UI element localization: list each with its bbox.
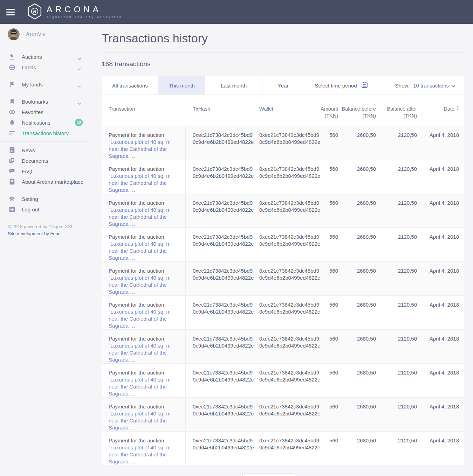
sidebar-item-setting[interactable]: Setting — [0, 194, 88, 204]
tab-last-month[interactable]: Last month — [205, 76, 262, 94]
amount-value: 560 — [317, 194, 342, 227]
wallet-value: 0xec21c73842c3dc45bd9 0c9d4e6b2b0499ed48… — [252, 262, 317, 295]
amount-value: 560 — [317, 228, 342, 261]
date-value: April 4, 2018 — [420, 398, 464, 431]
sidebar-item-my-lands[interactable]: My lands — [0, 79, 88, 90]
transaction-cell: Payment for the auction “Luxurious plot … — [102, 398, 186, 431]
tab-select-time-period[interactable]: Select time period — [304, 76, 378, 94]
notifications-badge: 12 — [75, 119, 83, 126]
auction-link[interactable]: “Luxurious plot of 40 sq. m near the Cat… — [109, 444, 180, 465]
sidebar-item-label: Bookmarks — [22, 99, 48, 105]
balance-after-value: 2120,50 — [379, 330, 420, 363]
auction-link[interactable]: “Luxurious plot of 40 sq. m near the Cat… — [109, 376, 180, 397]
per-page-value: 10 transactions — [413, 83, 449, 89]
sidebar-item-label: Log out — [22, 206, 39, 212]
per-page-dropdown[interactable]: 10 transactions — [413, 83, 455, 89]
sidebar-item-auctions[interactable]: Auctions — [0, 51, 88, 62]
wallet-value: 0xec21c73842c3dc45bd9 0c9d4e6b2b0499ed48… — [252, 160, 317, 194]
sidebar-item-bookmarks[interactable]: Bookmarks — [0, 96, 88, 107]
auction-link[interactable]: “Luxurious plot of 40 sq. m near the Cat… — [109, 206, 180, 227]
tab-all-transactions[interactable]: All transactions — [102, 76, 158, 94]
txhash-value: 0xec21c73842c3dc45bd9 0c9d4e6b2b0499ed48… — [186, 262, 252, 295]
sidebar-item-lands[interactable]: Lands — [0, 62, 88, 72]
amount-value: 560 — [317, 432, 342, 465]
document-icon — [8, 147, 15, 153]
tab-this-month[interactable]: This month — [158, 76, 205, 94]
date-value: April 4, 2018 — [420, 330, 464, 363]
top-bar: R ARCONA augmented reality ecosystem — [0, 0, 473, 24]
table-row: Payment for the auction “Luxurious plot … — [102, 227, 464, 261]
show-label: Show: — [395, 83, 410, 89]
col-header-date-sort[interactable]: Date — [420, 95, 464, 126]
arcona-hexagon-icon: R — [27, 3, 42, 21]
auction-link[interactable]: “Luxurious plot of 40 sq. m near the Cat… — [109, 240, 180, 261]
sidebar-item-documents[interactable]: Documents — [0, 155, 88, 166]
transaction-cell: Payment for the auction “Luxurious plot … — [102, 194, 186, 227]
sidebar-item-news[interactable]: News — [0, 145, 88, 155]
divider — [0, 190, 88, 190]
sidebar-item-label: Favorites — [22, 109, 43, 115]
table-row: Payment for the auction “Luxurious plot … — [102, 194, 464, 227]
sidebar-item-logout[interactable]: Log out — [0, 204, 88, 215]
sidebar-item-faq[interactable]: FAQ — [0, 166, 88, 176]
sidebar-item-favorites[interactable]: Favorites — [0, 107, 88, 117]
txhash-value: 0xec21c73842c3dc45bd9 0c9d4e6b2b0499ed48… — [186, 364, 252, 397]
txhash-value: 0xec21c73842c3dc45bd9 0c9d4e6b2b0499ed48… — [186, 228, 252, 261]
transaction-text: Payment for the auction — [109, 336, 164, 342]
transaction-text: Payment for the auction — [109, 438, 164, 443]
sidebar-item-label: About Arcona marketplace — [22, 179, 83, 185]
table-row: Payment for the auction “Luxurious plot … — [102, 126, 464, 160]
transaction-text: Payment for the auction — [109, 268, 164, 274]
amount-value: 560 — [317, 160, 342, 194]
balance-after-value: 2120,50 — [379, 126, 420, 160]
txhash-value: 0xec21c73842c3dc45bd9 0c9d4e6b2b0499ed48… — [186, 398, 252, 431]
transaction-cell: Payment for the auction “Luxurious plot … — [102, 330, 186, 363]
col-header-date-label: Date — [444, 105, 454, 126]
auction-link[interactable]: “Luxurious plot of 40 sq. m near the Cat… — [109, 139, 180, 160]
balance-before-value: 2680,50 — [342, 364, 379, 397]
select-time-period-label: Select time period — [315, 83, 357, 89]
sidebar-item-about[interactable]: About Arcona marketplace — [0, 176, 88, 187]
txhash-value: 0xec21c73842c3dc45bd9 0c9d4e6b2b0499ed48… — [186, 296, 252, 329]
table-row: Payment for the auction “Luxurious plot … — [102, 261, 464, 295]
transaction-cell: Payment for the auction “Luxurious plot … — [102, 126, 186, 160]
balance-after-value: 2120,50 — [379, 364, 420, 397]
bookmark-icon — [8, 98, 15, 105]
sidebar-footer: © 2018 powered by Piligrim XXI Site deve… — [0, 221, 88, 237]
site-development-link[interactable]: Site development by Func. — [8, 230, 88, 237]
divider — [0, 141, 88, 142]
divider — [0, 93, 88, 93]
chevron-down-icon — [451, 83, 455, 89]
auction-link[interactable]: “Luxurious plot of 40 sq. m near the Cat… — [109, 173, 180, 194]
balance-after-value: 2120,50 — [379, 228, 420, 261]
arcona-logo[interactable]: R ARCONA augmented reality ecosystem — [27, 3, 122, 21]
tab-year[interactable]: Year — [262, 76, 304, 94]
auction-link[interactable]: “Luxurious plot of 40 sq. m near the Cat… — [109, 342, 180, 363]
bell-icon — [8, 119, 15, 126]
brand-name: ARCONA — [47, 5, 122, 14]
filter-tabs-bar: All transactions This month Last month Y… — [102, 76, 464, 94]
document-icon — [8, 178, 15, 185]
auction-link[interactable]: “Luxurious plot of 40 sq. m near the Cat… — [109, 274, 180, 295]
sidebar-item-label: Auctions — [22, 54, 42, 60]
wallet-value: 0xec21c73842c3dc45bd9 0c9d4e6b2b0499ed48… — [252, 398, 317, 431]
balance-after-value: 2120,50 — [379, 160, 420, 194]
transaction-cell: Payment for the auction “Luxurious plot … — [102, 160, 186, 194]
auction-link[interactable]: “Luxurious plot of 40 sq. m near the Cat… — [109, 308, 180, 329]
sidebar-item-transactions-history[interactable]: Transactions history — [0, 128, 88, 138]
hamburger-menu-icon[interactable] — [6, 9, 15, 15]
wallet-value: 0xec21c73842c3dc45bd9 0c9d4e6b2b0499ed48… — [252, 296, 317, 329]
col-header-wallet: Wallet — [252, 95, 317, 126]
divider — [102, 52, 464, 52]
sidebar-item-notifications[interactable]: Notifications 12 — [0, 117, 88, 128]
col-header-balance-after: Balance after (TKN) — [379, 95, 420, 126]
wallet-value: 0xec21c73842c3dc45bd9 0c9d4e6b2b0499ed48… — [252, 364, 317, 397]
show-more-button[interactable]: Show 12 more of 116 lands — [242, 474, 296, 476]
balance-before-value: 2680,50 — [342, 160, 379, 194]
user-profile[interactable]: AronViv — [0, 24, 88, 45]
chat-bubble-icon — [8, 168, 15, 174]
divider — [0, 218, 88, 218]
transaction-cell: Payment for the auction “Luxurious plot … — [102, 364, 186, 397]
table-row: Payment for the auction “Luxurious plot … — [102, 295, 464, 329]
auction-link[interactable]: “Luxurious plot of 40 sq. m near the Cat… — [109, 410, 180, 431]
